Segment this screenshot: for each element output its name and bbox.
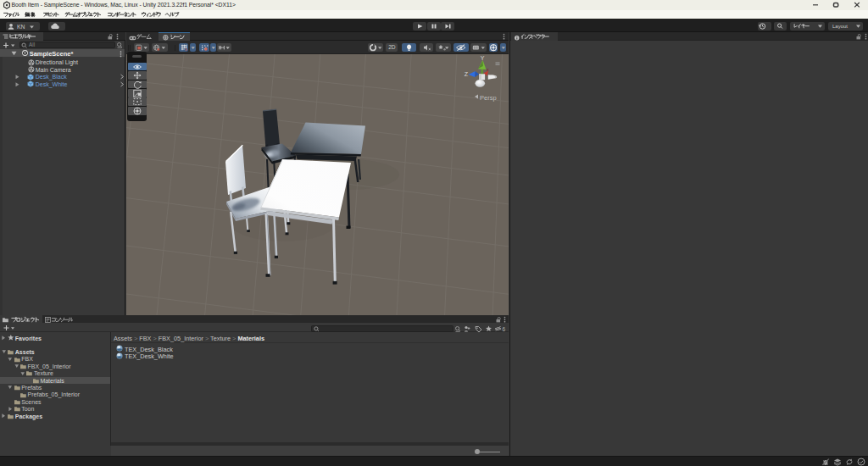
- svg-text:x: x: [487, 67, 489, 72]
- svg-text:6: 6: [503, 326, 506, 332]
- svg-text:Y: Y: [481, 55, 485, 61]
- svg-text:Z: Z: [465, 71, 469, 77]
- svg-text:Persp: Persp: [480, 94, 497, 102]
- svg-text:KN: KN: [17, 23, 25, 29]
